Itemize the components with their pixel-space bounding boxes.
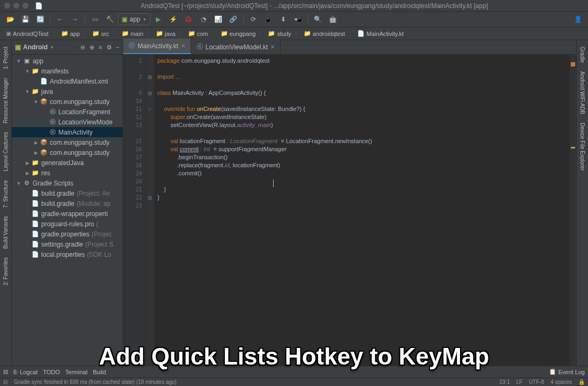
tool-window-tab[interactable]: Gradle [578,42,586,67]
status-icon[interactable]: ⊟ [3,379,7,385]
todo-tab[interactable]: TODO [43,369,60,375]
file-type-icon: 📁 [31,169,40,176]
fold-icon[interactable]: ⊟ [148,91,152,96]
tree-node[interactable]: ▶📦com.eungpang.study [12,137,123,147]
apply-changes-button[interactable]: ⚡ [167,13,180,26]
open-file-button[interactable]: 📂 [3,13,17,26]
run-button[interactable]: ▶ [152,13,165,26]
lock-icon[interactable]: 🔒 [578,379,585,385]
project-view-selector[interactable]: ▣ Android ▼ [15,43,77,51]
close-tab-icon[interactable]: ✕ [270,44,275,50]
file-encoding[interactable]: UTF-8 [529,379,544,385]
tool-window-tab[interactable]: Layout Captures [2,128,10,175]
settings-icon[interactable]: ⚙ [107,44,112,51]
fold-icon[interactable]: ⊟ [148,195,152,201]
code-line [157,177,567,185]
breadcrumb-item[interactable]: ▣AndroidQTest [3,29,51,38]
gutter-icon-slot [146,153,154,161]
code-editor[interactable]: package com.eungpang.study.androidqtesti… [154,55,570,366]
close-tab-icon[interactable]: ✕ [181,43,185,49]
indent-settings[interactable]: 4 spaces [551,379,572,385]
breadcrumb-item[interactable]: 📁main [119,29,146,38]
close-window-button[interactable] [4,3,10,9]
device-manager-button[interactable]: 📲 [291,13,305,26]
run-configuration-dropdown[interactable]: ▣ app ▼ [118,13,150,25]
tree-node[interactable]: ⓀMainActivity [12,127,123,137]
override-icon[interactable]: ○ [148,107,151,112]
tool-window-tab[interactable]: Device File Explorer [578,118,586,175]
coverage-button[interactable]: ◔ [197,13,210,26]
avd-manager-button[interactable]: 📱 [261,13,275,26]
tool-window-tab[interactable]: 7: Structure [2,176,10,212]
tree-node[interactable]: 📄AndroidManifest.xml [12,76,123,86]
tool-window-tab[interactable]: Resource Manager [2,73,10,128]
tree-node[interactable]: 📄build.gradle(Project: An [12,188,123,198]
left-tool-window-bar: 1: ProjectResource ManagerLayout Capture… [0,40,12,366]
editor-tab[interactable]: ⓀLocationViewModel.kt✕ [191,40,281,54]
breadcrumb-item[interactable]: 📁com [185,29,211,38]
tree-node[interactable]: ▼📁manifests [12,66,123,76]
hide-icon[interactable]: − [116,44,119,51]
tree-node[interactable]: ⓀLocationViewMode [12,117,123,127]
tree-node[interactable]: ▼▣app [12,56,123,66]
breadcrumb-separator: 〉 [179,30,184,37]
tool-window-tab[interactable]: Build Variants [2,212,10,253]
collapse-icon[interactable]: ⊖ [80,44,85,51]
debug-button[interactable]: 🐞 [182,13,195,26]
tool-window-tab[interactable]: 2: Favorites [2,253,10,290]
breadcrumb-item[interactable]: 📄MainActivity.kt [355,29,406,38]
tool-window-tab[interactable]: Android WiFi ADB [578,67,586,118]
tree-node[interactable]: 📄gradle-wrapper.properti [12,209,123,219]
breadcrumb-item[interactable]: 📁eungpang [218,29,259,38]
logcat-tab[interactable]: 6: Logcat [13,369,37,375]
profiler-button[interactable]: 📊 [212,13,225,26]
line-number [123,81,145,89]
tree-node[interactable]: ▼📁java [12,86,123,96]
tree-node[interactable]: ⓀLocationFragment [12,107,123,117]
tree-node[interactable]: 📄settings.gradle(Project S [12,239,123,249]
attach-debugger-button[interactable]: 🔗 [227,13,240,26]
sync-gradle-button[interactable]: ⟳ [246,13,260,26]
project-tree[interactable]: ▼▣app▼📁manifests📄AndroidManifest.xml▼📁ja… [12,55,123,366]
tree-node[interactable]: ▶📁generatedJava [12,158,123,168]
breadcrumb-item[interactable]: 📁app [58,29,82,38]
build-button[interactable]: ▭ [88,13,102,26]
tree-node[interactable]: 📄proguard-rules.pro( [12,219,123,229]
minimize-window-button[interactable] [13,3,19,9]
event-log-tab[interactable]: 📋 Event Log [549,368,585,375]
tool-window-tab[interactable]: 1: Project [2,42,10,73]
forward-button[interactable]: → [68,13,82,26]
tree-node[interactable]: ▶📁res [12,168,123,178]
save-button[interactable]: 💾 [18,13,32,26]
hide-tool-windows-button[interactable]: ⊟ [3,368,8,375]
cursor-position[interactable]: 23:1 [499,379,509,385]
android-assistant-button[interactable]: 🤖 [326,13,340,26]
terminal-tab[interactable]: Terminal [65,369,88,375]
make-button[interactable]: 🔨 [103,13,117,26]
sync-button[interactable]: 🔄 [33,13,47,26]
line-separator[interactable]: LF [516,379,523,385]
code-line: .replace(fragment.id, locationFragment) [157,161,567,169]
tree-node[interactable]: 📄build.gradle(Module: ap [12,198,123,209]
fold-icon[interactable]: ⊟ [148,75,152,80]
tree-node[interactable]: 📄gradle.properties(Projec [12,229,123,239]
sdk-manager-button[interactable]: ⬇ [276,13,290,26]
breadcrumb-item[interactable]: 📁study [265,29,293,38]
maximize-window-button[interactable] [22,3,28,9]
search-button[interactable]: 🔍 [311,13,325,26]
breadcrumb-item[interactable]: 📁java [153,29,178,38]
code-line: .beginTransaction() [157,153,567,161]
locate-icon[interactable]: ⊕ [89,44,94,51]
tree-node[interactable]: ▼⚙Gradle Scripts [12,178,123,188]
editor-tab[interactable]: ⓀMainActivity.kt✕ [123,39,191,54]
editor-marker-bar[interactable] [570,55,576,366]
tree-node[interactable]: 📄local.properties(SDK Lo [12,249,123,259]
tree-node[interactable]: ▼📦com.eungpang.study [12,96,123,107]
expand-icon[interactable]: ≡ [99,44,102,51]
back-button[interactable]: ← [53,13,67,26]
build-tab[interactable]: Build [93,369,105,375]
tree-node[interactable]: ▶📦com.eungpang.study [12,147,123,158]
breadcrumb-item[interactable]: 📁androidqtest [301,29,348,38]
breadcrumb-item[interactable]: 📁src [89,29,112,38]
user-icon[interactable]: 👤 [571,13,585,26]
